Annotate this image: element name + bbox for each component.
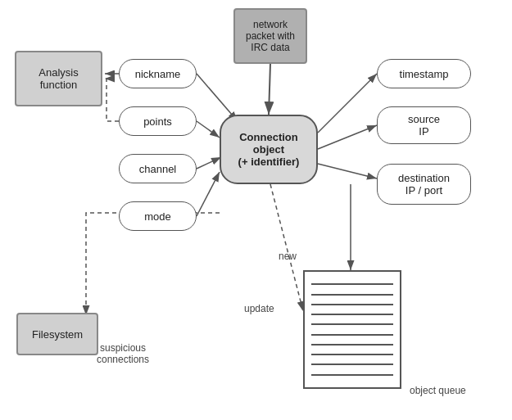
svg-line-4 [197, 172, 220, 216]
timestamp-label: timestamp [400, 68, 449, 80]
svg-line-7 [269, 64, 270, 115]
new-label: new [279, 251, 297, 262]
source-ip-label: source IP [408, 113, 440, 138]
channel-label: channel [139, 163, 177, 175]
diagram-container: Analysis function nickname points channe… [0, 0, 512, 420]
queue-line [311, 374, 393, 376]
points-label: points [143, 115, 172, 128]
svg-line-9 [318, 125, 377, 149]
queue-line [311, 354, 393, 355]
queue-line [311, 283, 393, 285]
mode-label: mode [144, 210, 171, 223]
queue-lines [305, 272, 400, 387]
update-label: update [244, 303, 274, 314]
connection-object-label: Connection object (+ identifier) [238, 131, 300, 168]
queue-line [311, 323, 393, 325]
network-packet-label: network packet with IRC data [246, 19, 295, 53]
queue-line [311, 294, 393, 296]
destination-ip-label: destination IP / port [398, 172, 450, 196]
svg-line-6 [197, 121, 220, 138]
svg-line-8 [318, 74, 377, 133]
object-queue-label: object queue [410, 385, 466, 396]
analysis-function-node: Analysis function [15, 51, 102, 106]
points-node: points [119, 106, 197, 136]
queue-line [311, 364, 393, 365]
connection-object-node: Connection object (+ identifier) [220, 115, 318, 184]
queue-line [311, 344, 393, 345]
channel-node: channel [119, 154, 197, 183]
nickname-label: nickname [135, 68, 181, 80]
queue-line [311, 314, 393, 315]
queue-line [311, 334, 393, 336]
mode-node: mode [119, 201, 197, 231]
timestamp-node: timestamp [377, 59, 471, 88]
queue-line [311, 304, 393, 305]
filesystem-label: Filesystem [32, 328, 83, 341]
object-queue-node [303, 270, 401, 389]
suspicious-connections-label: suspicious connections [97, 342, 149, 365]
destination-ip-node: destination IP / port [377, 164, 471, 205]
nickname-node: nickname [119, 59, 197, 88]
svg-line-12 [270, 184, 303, 311]
network-packet-node: network packet with IRC data [233, 8, 307, 64]
svg-line-5 [197, 74, 238, 121]
analysis-function-label: Analysis function [39, 66, 78, 91]
svg-line-10 [318, 164, 377, 178]
source-ip-node: source IP [377, 106, 471, 144]
svg-line-3 [197, 157, 221, 169]
filesystem-node: Filesystem [16, 313, 98, 355]
